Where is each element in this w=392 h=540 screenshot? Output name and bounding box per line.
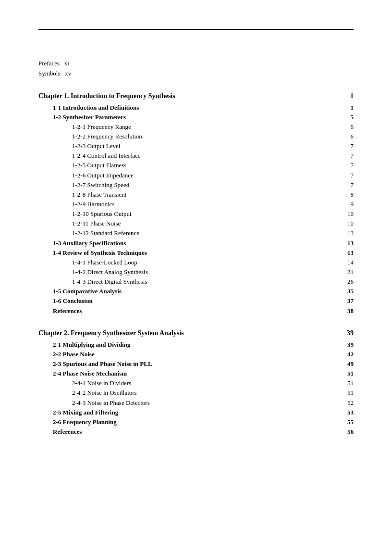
top-rule	[38, 29, 354, 30]
toc-entry: 1-2-2 Frequency Resolution6	[38, 132, 354, 141]
toc-entry-page: 51	[339, 369, 354, 378]
toc-entry: 1-2-10 Spurious Output10	[38, 209, 354, 219]
toc-entry: 2-1 Multiplying and Dividing39	[38, 340, 354, 350]
toc-entry-page: 51	[339, 378, 354, 388]
toc-entry-label: 2-1 Multiplying and Dividing	[53, 340, 339, 350]
toc-entry-label: 1-2-5 Output Flatness	[72, 161, 339, 170]
toc-entry-page: 13	[339, 239, 354, 248]
toc-entry-label: 1-2-4 Control and Interface	[72, 151, 339, 161]
prefaces-section: Prefaces xi Symbols xv	[38, 59, 354, 79]
toc-entry-page: 56	[339, 427, 354, 437]
toc-entry-label: 1-2-6 Output Impedance	[72, 171, 339, 180]
toc-entry-page: 14	[339, 258, 354, 267]
page: Prefaces xi Symbols xv Chapter 1. Introd…	[0, 0, 392, 540]
toc-entry: 1-2-3 Output Level7	[38, 141, 354, 151]
toc-entry: 1-2-6 Output Impedance7	[38, 171, 354, 180]
toc-entry-label: 2-2 Phase Noise	[53, 350, 339, 359]
toc-entry: 1-1 Introduction and Definitions1	[38, 103, 354, 113]
toc-entry: 1-2-9 Harmonics9	[38, 200, 354, 209]
toc-entry: 1-4-3 Direct Digital Synthesis26	[38, 277, 354, 287]
toc-entry: 1-2-1 Frequency Range6	[38, 122, 354, 132]
prefaces-line: Prefaces xi	[38, 59, 354, 69]
toc-entry-label: 1-3 Auxiliary Specifications	[53, 239, 339, 248]
chapter-title-label-2: Chapter 2. Frequency Synthesizer System …	[38, 329, 347, 337]
toc-entry-label: 2-4-2 Noise in Oscillators	[72, 388, 339, 398]
toc-entry-label: 2-4-3 Noise in Phase Detectors	[72, 398, 339, 408]
toc-entry-page: 35	[339, 287, 354, 296]
chapter-title-page-1: 1	[350, 92, 354, 100]
chapters-container: Chapter 1. Introduction to Frequency Syn…	[38, 92, 354, 437]
toc-entry-page: 9	[339, 200, 354, 209]
toc-entry-page: 5	[339, 113, 354, 122]
toc-entry-label: 1-2-2 Frequency Resolution	[72, 132, 339, 141]
toc-entry: 1-5 Comparative Analysis35	[38, 287, 354, 296]
toc-entry: References56	[38, 427, 354, 437]
toc-entry-label: 1-2-12 Standard Reference	[72, 228, 339, 238]
toc-entry: 1-4 Review of Synthesis Techniques13	[38, 248, 354, 258]
toc-entry-label: 1-2-3 Output Level	[72, 141, 339, 151]
toc-entry-page: 7	[339, 151, 354, 161]
toc-entry-label: 1-2-8 Phase Transient	[72, 190, 339, 200]
chapter-section-2: Chapter 2. Frequency Synthesizer System …	[38, 329, 354, 437]
toc-entry-page: 7	[339, 141, 354, 151]
toc-entry-page: 53	[339, 408, 354, 417]
toc-entry: 2-4 Phase Noise Mechanism51	[38, 369, 354, 378]
toc-entry-page: 26	[339, 277, 354, 287]
symbols-label: Symbols xv	[38, 70, 71, 77]
toc-entry-label: 1-2-11 Phase Noise	[72, 219, 339, 228]
toc-entry-label: 1-4-1 Phase-Locked Loop	[72, 258, 339, 267]
toc-entry: References38	[38, 306, 354, 316]
chapter-title-page-2: 39	[347, 329, 354, 337]
toc-entry: 1-2-11 Phase Noise10	[38, 219, 354, 228]
toc-entry: 2-6 Frequency Planning55	[38, 417, 354, 427]
toc-entry-label: 1-4-2 Direct Analog Synthesis	[72, 267, 339, 277]
toc-entry-page: 13	[339, 228, 354, 238]
toc-entry-page: 51	[339, 388, 354, 398]
toc-entry: 1-2-4 Control and Interface7	[38, 151, 354, 161]
toc-entry-label: 1-5 Comparative Analysis	[53, 287, 339, 296]
toc-entry-page: 21	[339, 267, 354, 277]
toc-entry: 2-3 Spurious and Phase Noise in PLL49	[38, 359, 354, 369]
toc-entry: 1-2-7 Switching Speed7	[38, 180, 354, 190]
toc-entry-page: 38	[339, 306, 354, 316]
chapter-title-1: Chapter 1. Introduction to Frequency Syn…	[38, 92, 354, 100]
toc-entry-page: 13	[339, 248, 354, 258]
chapter-title-2: Chapter 2. Frequency Synthesizer System …	[38, 329, 354, 337]
toc-entry-page: 42	[339, 350, 354, 359]
toc-entry-label: 2-4 Phase Noise Mechanism	[53, 369, 339, 378]
toc-entry: 2-4-2 Noise in Oscillators51	[38, 388, 354, 398]
toc-entry-page: 39	[339, 340, 354, 350]
toc-entry: 1-2 Synthesizer Parameters5	[38, 113, 354, 122]
symbols-line: Symbols xv	[38, 69, 354, 79]
toc-entry-page: 10	[339, 219, 354, 228]
toc-entry: 1-4-1 Phase-Locked Loop14	[38, 258, 354, 267]
toc-entry-label: 1-1 Introduction and Definitions	[53, 103, 339, 113]
toc-entry-label: 1-2-1 Frequency Range	[72, 122, 339, 132]
toc-entry-label: 2-6 Frequency Planning	[53, 417, 339, 427]
toc-entry: 1-2-12 Standard Reference13	[38, 228, 354, 238]
toc-entry: 1-2-5 Output Flatness7	[38, 161, 354, 170]
toc-entry: 1-6 Conclusion37	[38, 296, 354, 306]
toc-entry-label: 2-4-1 Noise in Dividers	[72, 378, 339, 388]
toc-entry: 2-2 Phase Noise42	[38, 350, 354, 359]
toc-entry-page: 7	[339, 180, 354, 190]
toc-entry-label: 1-6 Conclusion	[53, 296, 339, 306]
toc-entry-page: 7	[339, 161, 354, 170]
toc-entry-page: 6	[339, 122, 354, 132]
toc-entry-label: 1-4 Review of Synthesis Techniques	[53, 248, 339, 258]
prefaces-label: Prefaces xi	[38, 60, 69, 67]
toc-entry: 2-5 Mixing and Filtering53	[38, 408, 354, 417]
toc-entry-page: 6	[339, 132, 354, 141]
chapter-section-1: Chapter 1. Introduction to Frequency Syn…	[38, 92, 354, 316]
toc-entry-label: 1-2-9 Harmonics	[72, 200, 339, 209]
toc-entry-label: 2-3 Spurious and Phase Noise in PLL	[53, 359, 339, 369]
toc-entry-label: 1-2 Synthesizer Parameters	[53, 113, 339, 122]
toc-entry: 2-4-1 Noise in Dividers51	[38, 378, 354, 388]
chapter-title-label-1: Chapter 1. Introduction to Frequency Syn…	[38, 92, 350, 100]
toc-entry-label: 1-2-7 Switching Speed	[72, 180, 339, 190]
toc-entry: 1-4-2 Direct Analog Synthesis21	[38, 267, 354, 277]
toc-entry-label: 2-5 Mixing and Filtering	[53, 408, 339, 417]
toc-entry-page: 10	[339, 209, 354, 219]
toc-entry: 1-3 Auxiliary Specifications13	[38, 239, 354, 248]
toc-entry: 2-4-3 Noise in Phase Detectors52	[38, 398, 354, 408]
